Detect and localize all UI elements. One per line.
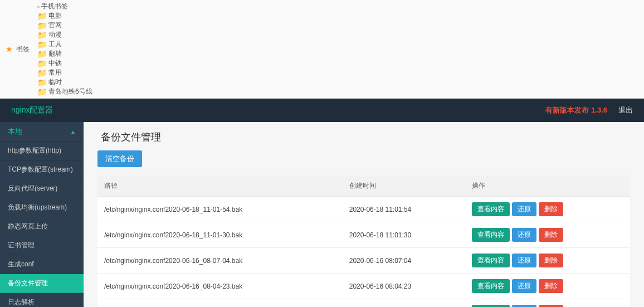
bookmark-item[interactable]: 📁官网: [37, 21, 92, 30]
delete-button[interactable]: 删除: [539, 305, 563, 307]
page-title: 备份文件管理: [97, 130, 630, 144]
bookmark-item-label: 常用: [48, 68, 62, 77]
view-content-button[interactable]: 查看内容: [472, 202, 510, 216]
table-row: /etc/nginx/nginx.conf2020-06-16_08-04-23…: [97, 274, 630, 299]
restore-button[interactable]: 还原: [512, 254, 536, 267]
bookmark-item-label: 工具: [48, 40, 62, 49]
delete-button[interactable]: 删除: [539, 279, 563, 293]
col-header-path: 路径: [97, 176, 343, 197]
chevron-up-icon: ▲: [70, 129, 76, 135]
bookmark-item-label: 中铁: [48, 59, 62, 68]
folder-icon: 📁: [37, 21, 47, 30]
main-content: 备份文件管理 清空备份 路径 创建时间 操作 /etc/nginx/nginx.…: [84, 122, 644, 307]
cell-time: 2020-06-16 08:07:04: [343, 248, 465, 274]
sidebar-section-title: 本地: [8, 126, 22, 137]
view-content-button[interactable]: 查看内容: [472, 279, 510, 293]
bookmark-item-label: 电影: [48, 11, 62, 21]
backup-table: 路径 创建时间 操作 /etc/nginx/nginx.conf2020-06-…: [97, 176, 630, 307]
bookmark-item[interactable]: 📁青岛地铁6号线: [37, 87, 92, 96]
restore-button[interactable]: 还原: [512, 279, 536, 293]
folder-icon: 📁: [37, 78, 47, 87]
cell-ops: 查看内容还原删除: [465, 248, 630, 274]
bookmark-item-label: 动漫: [48, 30, 62, 40]
sidebar-item[interactable]: TCP参数配置(stream): [0, 160, 84, 179]
bookmark-item[interactable]: 📁翻墙: [37, 49, 92, 59]
bookmark-item[interactable]: 📁工具: [37, 40, 92, 49]
sidebar-section-header[interactable]: 本地▲: [0, 122, 84, 142]
cell-path: /etc/nginx/nginx.conf2020-06-16_08-07-04…: [97, 248, 343, 274]
table-row: /etc/nginx/nginx.conf2020-06-18_11-01-30…: [97, 222, 630, 248]
star-icon: ★: [6, 45, 13, 53]
folder-icon: 📁: [37, 31, 47, 40]
folder-icon: 📁: [37, 50, 47, 59]
view-content-button[interactable]: 查看内容: [472, 228, 510, 242]
delete-button[interactable]: 删除: [539, 228, 563, 242]
bookmark-item[interactable]: 📁动漫: [37, 30, 92, 40]
bookmark-item[interactable]: 📁中铁: [37, 59, 92, 68]
folder-icon: 📁: [37, 12, 47, 21]
cell-time: 2020-06-16 08:04:23: [343, 274, 465, 299]
cell-path: /etc/nginx/nginx.conf2020-06-12_17-18-42…: [97, 299, 343, 308]
sidebar-item[interactable]: 证书管理: [0, 236, 84, 255]
col-header-time: 创建时间: [343, 176, 465, 197]
cell-time: 2020-06-18 11:01:54: [343, 197, 465, 222]
sidebar-item[interactable]: 反向代理(server): [0, 179, 84, 198]
restore-button[interactable]: 还原: [512, 305, 536, 307]
cell-path: /etc/nginx/nginx.conf2020-06-18_11-01-54…: [97, 197, 343, 222]
sidebar-item[interactable]: 负载均衡(upstream): [0, 198, 84, 217]
bookmark-label[interactable]: 书签: [16, 45, 30, 54]
table-row: /etc/nginx/nginx.conf2020-06-12_17-18-42…: [97, 299, 630, 308]
page-icon: ▫: [37, 3, 40, 11]
cell-ops: 查看内容还原删除: [465, 274, 630, 299]
col-header-ops: 操作: [465, 176, 630, 197]
table-row: /etc/nginx/nginx.conf2020-06-16_08-07-04…: [97, 248, 630, 274]
version-notice[interactable]: 有新版本发布 1.3.6: [545, 105, 607, 115]
folder-icon: 📁: [37, 59, 47, 68]
brand-title: nginx配置器: [11, 105, 53, 115]
cell-ops: 查看内容还原删除: [465, 197, 630, 222]
cell-ops: 查看内容还原删除: [465, 299, 630, 308]
cell-ops: 查看内容还原删除: [465, 222, 630, 248]
table-row: /etc/nginx/nginx.conf2020-06-18_11-01-54…: [97, 197, 630, 222]
bookmarks-bar: ★ 书签 ▫手机书签📁电影📁官网📁动漫📁工具📁翻墙📁中铁📁常用📁临时📁青岛地铁6…: [0, 0, 644, 99]
delete-button[interactable]: 删除: [539, 254, 563, 267]
bookmark-item-label: 官网: [48, 21, 62, 30]
folder-icon: 📁: [37, 40, 47, 49]
restore-button[interactable]: 还原: [512, 228, 536, 242]
clear-backup-button[interactable]: 清空备份: [97, 150, 142, 167]
cell-path: /etc/nginx/nginx.conf2020-06-16_08-04-23…: [97, 274, 343, 299]
bookmark-item[interactable]: 📁临时: [37, 77, 92, 87]
delete-button[interactable]: 删除: [539, 202, 563, 216]
view-content-button[interactable]: 查看内容: [472, 305, 510, 307]
bookmark-item[interactable]: ▫手机书签: [37, 2, 92, 11]
bookmark-item[interactable]: 📁常用: [37, 68, 92, 77]
logout-link[interactable]: 退出: [618, 105, 633, 115]
cell-path: /etc/nginx/nginx.conf2020-06-18_11-01-30…: [97, 222, 343, 248]
bookmark-item-label: 手机书签: [41, 2, 68, 11]
sidebar-item[interactable]: 静态网页上传: [0, 217, 84, 236]
folder-icon: 📁: [37, 87, 47, 96]
restore-button[interactable]: 还原: [512, 202, 536, 216]
cell-time: 2020-06-18 11:01:30: [343, 222, 465, 248]
cell-time: 2020-06-12 17:18:42: [343, 299, 465, 308]
folder-icon: 📁: [37, 69, 47, 77]
app-header: nginx配置器 有新版本发布 1.3.6 退出: [0, 99, 644, 122]
bookmark-item-label: 临时: [48, 77, 62, 87]
bookmark-item-label: 青岛地铁6号线: [48, 87, 92, 96]
bookmark-item[interactable]: 📁电影: [37, 11, 92, 21]
sidebar: 本地▲http参数配置(http)TCP参数配置(stream)反向代理(ser…: [0, 122, 84, 307]
view-content-button[interactable]: 查看内容: [472, 254, 510, 267]
sidebar-item[interactable]: 备份文件管理: [0, 274, 84, 293]
sidebar-item[interactable]: 日志解析: [0, 293, 84, 307]
sidebar-item[interactable]: 生成conf: [0, 255, 84, 274]
bookmark-item-label: 翻墙: [48, 49, 62, 59]
sidebar-item[interactable]: http参数配置(http): [0, 142, 84, 160]
